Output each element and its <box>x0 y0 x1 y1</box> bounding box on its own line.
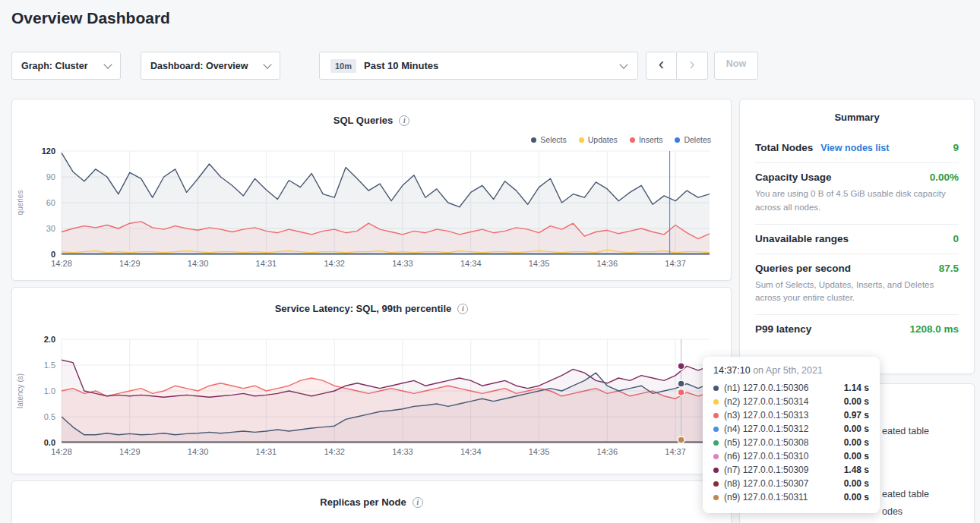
svg-text:14:35: 14:35 <box>529 259 550 268</box>
summary-row: Capacity Usage0.00%You are using 0 B of … <box>755 162 959 224</box>
svg-text:14:31: 14:31 <box>256 259 277 268</box>
tooltip-node-value: 0.97 s <box>844 410 869 421</box>
time-nav-group: ‹ › <box>646 52 708 80</box>
replicas-per-node-title: Replicas per Node i <box>12 496 731 508</box>
svg-text:14:29: 14:29 <box>119 447 141 456</box>
svg-text:14:32: 14:32 <box>324 259 345 268</box>
tooltip-row: (n5) 127.0.0.1:503080.00 s <box>713 436 869 449</box>
tooltip-node-value: 0.00 s <box>844 478 869 489</box>
summary-row-value: 9 <box>953 142 959 153</box>
svg-text:90: 90 <box>46 172 55 181</box>
tooltip-node-value: 1.14 s <box>844 383 869 393</box>
event-text-fragment: eated table <box>882 489 929 499</box>
svg-text:14:34: 14:34 <box>460 447 482 456</box>
time-range-picker[interactable]: 10m Past 10 Minutes <box>319 52 638 80</box>
summary-row-value: 1208.0 ms <box>909 323 959 335</box>
tooltip-header: 14:37:10 on Apr 5th, 2021 <box>713 365 869 376</box>
svg-text:14:37: 14:37 <box>665 259 686 268</box>
summary-panel: Summary Total NodesView nodes list9Capac… <box>739 99 975 374</box>
tooltip-rows: (n1) 127.0.0.1:503061.14 s(n2) 127.0.0.1… <box>713 381 869 504</box>
summary-row-label: Unavailable ranges <box>755 233 849 244</box>
tooltip-row: (n2) 127.0.0.1:503140.00 s <box>713 395 869 408</box>
summary-row-value: 0.00% <box>930 172 959 183</box>
tooltip-node-value: 0.00 s <box>844 424 869 434</box>
event-text-fragment: odes <box>882 506 903 517</box>
summary-row-head: Total NodesView nodes list9 <box>755 142 959 153</box>
svg-text:14:37: 14:37 <box>665 447 686 456</box>
tooltip-node-label: (n4) 127.0.0.1:50312 <box>724 424 808 434</box>
svg-text:14:30: 14:30 <box>188 259 209 268</box>
prev-time-button[interactable]: ‹ <box>646 52 677 80</box>
graph-dropdown[interactable]: Graph: Cluster <box>11 52 121 80</box>
svg-text:14:32: 14:32 <box>324 447 345 456</box>
summary-row-label: Capacity Usage <box>755 172 832 183</box>
tooltip-row: (n8) 127.0.0.1:503070.00 s <box>713 477 869 490</box>
summary-row: Total NodesView nodes list9 <box>755 134 959 162</box>
svg-text:2.0: 2.0 <box>44 335 55 344</box>
summary-row-value: 87.5 <box>939 263 959 274</box>
node-color-dot-icon <box>713 413 719 418</box>
svg-text:30: 30 <box>46 224 55 233</box>
summary-row-head: Capacity Usage0.00% <box>755 172 959 183</box>
svg-text:14:34: 14:34 <box>460 259 482 268</box>
sql-queries-chart[interactable]: 030609012014:2814:2914:3014:3114:3214:33… <box>12 99 731 280</box>
now-button[interactable]: Now <box>714 52 758 80</box>
event-text-fragment: eated table <box>882 426 929 436</box>
node-color-dot-icon <box>713 440 719 446</box>
svg-text:14:31: 14:31 <box>256 447 277 456</box>
tooltip-node-label: (n3) 127.0.0.1:50313 <box>724 410 808 421</box>
svg-text:14:33: 14:33 <box>392 259 413 268</box>
tooltip-row: (n9) 127.0.0.1:503110.00 s <box>713 490 869 504</box>
node-color-dot-icon <box>713 495 719 500</box>
node-color-dot-icon <box>713 454 719 459</box>
summary-row-value: 0 <box>953 233 959 244</box>
tooltip-time: 14:37:10 <box>713 365 751 376</box>
tooltip-row: (n3) 127.0.0.1:503130.97 s <box>713 408 869 422</box>
chart-title-text: Replicas per Node <box>320 496 406 508</box>
tooltip-node-label: (n6) 127.0.0.1:50310 <box>724 451 808 462</box>
page-title: Overview Dashboard <box>11 9 170 27</box>
node-color-dot-icon <box>713 427 719 432</box>
svg-text:14:35: 14:35 <box>529 447 550 456</box>
service-latency-chart[interactable]: 0.00.51.01.52.014:2814:2914:3014:3114:32… <box>12 288 731 474</box>
svg-text:14:29: 14:29 <box>119 259 141 268</box>
tooltip-node-label: (n8) 127.0.0.1:50307 <box>724 478 808 489</box>
summary-row-description: Sum of Selects, Updates, Inserts, and De… <box>755 279 959 306</box>
node-color-dot-icon <box>713 386 719 391</box>
tooltip-node-label: (n1) 127.0.0.1:50306 <box>724 383 808 393</box>
tooltip-row: (n6) 127.0.0.1:503100.00 s <box>713 449 869 463</box>
summary-row-head: Queries per second87.5 <box>755 263 959 274</box>
svg-text:1.5: 1.5 <box>44 361 55 370</box>
svg-text:14:36: 14:36 <box>597 447 618 456</box>
svg-text:0.5: 0.5 <box>44 412 55 421</box>
summary-row-head: P99 latency1208.0 ms <box>755 323 959 335</box>
svg-text:14:28: 14:28 <box>51 447 72 456</box>
chevron-down-icon <box>263 60 271 68</box>
tooltip-node-label: (n7) 127.0.0.1:50309 <box>724 465 808 475</box>
tooltip-node-value: 0.00 s <box>844 492 869 503</box>
tooltip-node-label: (n5) 127.0.0.1:50308 <box>724 437 808 448</box>
time-range-label: Past 10 Minutes <box>364 60 438 71</box>
chevron-down-icon <box>619 60 628 68</box>
node-color-dot-icon <box>713 399 719 405</box>
svg-text:queries: queries <box>16 191 24 216</box>
tooltip-node-label: (n2) 127.0.0.1:50314 <box>724 396 808 407</box>
next-time-button[interactable]: › <box>677 52 708 80</box>
svg-text:120: 120 <box>42 147 55 156</box>
view-nodes-list-link[interactable]: View nodes list <box>820 143 889 153</box>
dashboard-dropdown[interactable]: Dashboard: Overview <box>141 52 280 80</box>
tooltip-date: on Apr 5th, 2021 <box>753 365 823 376</box>
tooltip-node-value: 0.00 s <box>844 451 869 462</box>
svg-text:14:30: 14:30 <box>188 447 209 456</box>
summary-row-label: P99 latency <box>755 323 811 335</box>
summary-row: Unavailable ranges0 <box>755 224 959 254</box>
svg-text:0: 0 <box>51 250 55 259</box>
svg-text:14:28: 14:28 <box>51 259 72 268</box>
svg-text:latency (s): latency (s) <box>16 373 24 408</box>
summary-row: P99 latency1208.0 ms <box>755 314 959 344</box>
info-icon[interactable]: i <box>413 497 423 508</box>
tooltip-node-value: 0.00 s <box>844 396 869 407</box>
tooltip-node-label: (n9) 127.0.0.1:50311 <box>724 492 808 503</box>
tooltip-row: (n7) 127.0.0.1:503091.48 s <box>713 463 869 477</box>
time-range-badge: 10m <box>330 59 356 73</box>
